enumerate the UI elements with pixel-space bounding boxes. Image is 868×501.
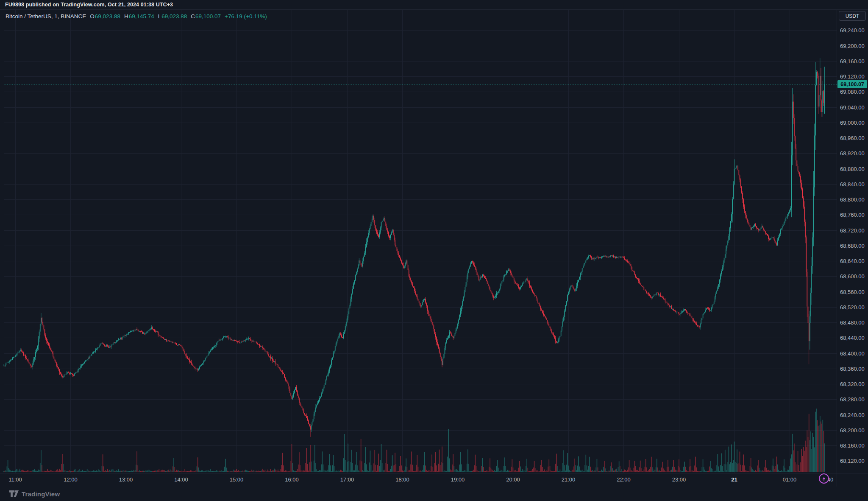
candle-body <box>808 307 809 323</box>
candle-body <box>432 322 433 325</box>
volume-bar <box>489 467 490 472</box>
volume-bar <box>788 470 789 472</box>
time-tick-label[interactable]: 21 <box>731 476 737 483</box>
volume-bar <box>525 471 526 472</box>
candle-body <box>498 291 499 293</box>
volume-bar <box>474 465 475 472</box>
volume-bar <box>776 466 776 472</box>
candle-body <box>767 234 768 235</box>
time-tick-label[interactable]: 13:00 <box>119 476 133 483</box>
volume-bar <box>676 470 677 472</box>
candle-wick <box>3 364 3 366</box>
candle-body <box>787 214 788 217</box>
price-tick-label: 68,360.00 <box>840 366 865 372</box>
volume-bar <box>397 471 398 472</box>
candle-body <box>67 372 67 374</box>
time-tick-label[interactable]: 12:00 <box>64 476 78 483</box>
volume-bar <box>756 471 757 472</box>
publish-bar: FU9898 published on TradingView.com, Oct… <box>0 0 868 10</box>
price-tick-label: 68,200.00 <box>840 427 865 434</box>
time-tick-label[interactable]: 19:00 <box>451 476 465 483</box>
volume-bar <box>391 466 392 472</box>
candle-body <box>515 280 515 282</box>
candle-body <box>729 228 730 236</box>
volume-bar <box>821 424 822 472</box>
volume-bar <box>620 466 620 472</box>
candle-body <box>245 340 246 341</box>
candle-body <box>234 340 235 341</box>
candle-body <box>368 233 369 237</box>
candle-body <box>634 272 635 274</box>
volume-bar <box>223 471 223 472</box>
candle-body <box>139 331 140 332</box>
chart-area[interactable]: 68,120.0068,160.0068,200.0068,240.0068,2… <box>0 10 868 487</box>
symbol-title[interactable]: Bitcoin / TetherUS, 1, BINANCE <box>6 13 86 20</box>
volume-bar <box>70 471 71 472</box>
volume-bar <box>570 471 571 472</box>
volume-bar <box>707 471 708 472</box>
candlestick-chart[interactable]: 68,120.0068,160.0068,200.0068,240.0068,2… <box>0 10 868 487</box>
candle-body <box>595 259 595 259</box>
candle-body <box>552 333 553 333</box>
candle-body <box>609 257 609 258</box>
volume-bar <box>298 465 299 472</box>
volume-bar <box>289 471 289 472</box>
candle-body <box>196 368 197 369</box>
volume-bar <box>162 470 163 472</box>
candle-body <box>557 342 558 343</box>
tradingview-logo[interactable]: TradingView <box>9 490 60 498</box>
time-tick-label[interactable]: 18:00 <box>395 476 409 483</box>
time-tick-label[interactable]: 20:00 <box>506 476 520 483</box>
volume-bar <box>530 471 531 472</box>
time-tick-label[interactable]: 16:00 <box>285 476 299 483</box>
volume-bar <box>60 470 61 472</box>
time-tick-label[interactable]: 22:00 <box>617 476 631 483</box>
candle-wick <box>683 308 684 312</box>
volume-bar <box>47 469 48 472</box>
candle-body <box>435 334 436 337</box>
currency-button[interactable]: USDT <box>839 11 866 21</box>
realtime-lightning-icon[interactable] <box>819 473 829 484</box>
volume-bar <box>306 448 307 472</box>
candle-body <box>13 357 14 358</box>
volume-bar <box>197 466 198 472</box>
time-tick-label[interactable]: 14:00 <box>174 476 188 483</box>
time-tick-label[interactable]: 11:00 <box>8 476 22 483</box>
volume-bar <box>735 462 736 472</box>
volume-bar <box>740 451 740 472</box>
candle-body <box>783 225 784 226</box>
candle-body <box>423 300 424 302</box>
candle-body <box>356 272 357 275</box>
volume-bar <box>512 459 513 472</box>
candle-body <box>543 313 544 315</box>
candle-body <box>267 353 268 354</box>
candle-body <box>528 278 529 281</box>
time-tick-label[interactable]: 01:00 <box>783 476 797 483</box>
candle-body <box>642 286 643 287</box>
candle-body <box>270 356 270 357</box>
candle-body <box>562 321 563 326</box>
time-tick-label[interactable]: 21:00 <box>562 476 576 483</box>
volume-bar <box>92 471 92 472</box>
candle-body <box>305 415 306 416</box>
candle-body <box>91 355 92 356</box>
volume-bar <box>296 471 297 472</box>
candle-body <box>87 359 88 360</box>
time-tick-label[interactable]: 15:00 <box>230 476 244 483</box>
volume-bar <box>780 471 781 472</box>
time-tick-label[interactable]: 17:00 <box>340 476 354 483</box>
candle-body <box>92 353 93 354</box>
candle-body <box>645 290 646 291</box>
candle-body <box>239 342 240 343</box>
volume-bar <box>537 470 537 472</box>
volume-bar <box>664 470 665 472</box>
volume-bar <box>36 471 37 472</box>
volume-bar <box>488 471 489 472</box>
volume-bar <box>644 470 645 472</box>
volume-bar <box>245 470 246 472</box>
time-tick-label[interactable]: 23:00 <box>672 476 686 483</box>
candle-body <box>800 176 801 182</box>
candle-body <box>46 338 47 341</box>
price-tick-label: 68,560.00 <box>840 289 865 295</box>
volume-bar <box>59 469 60 472</box>
